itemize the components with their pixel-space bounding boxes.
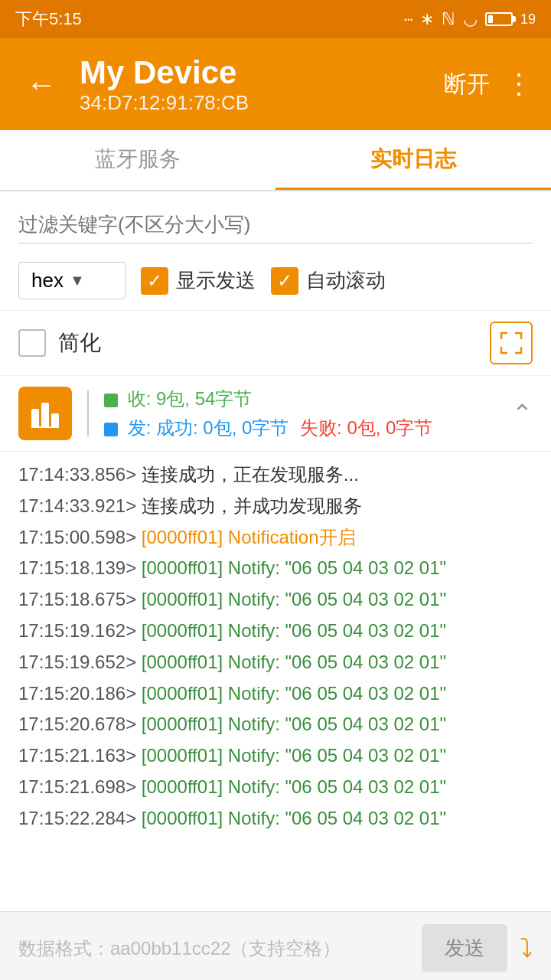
show-send-checkbox[interactable]: ✓	[141, 267, 168, 295]
device-mac: 34:D7:12:91:78:CB	[80, 91, 429, 115]
show-send-checkbox-label[interactable]: ✓ 显示发送	[141, 267, 256, 295]
log-entry: 17:15:21.698> [0000ff01] Notify: "06 05 …	[18, 772, 533, 803]
log-entry: 17:15:20.678> [0000ff01] Notify: "06 05 …	[18, 709, 533, 740]
signal-icon: ℕ	[442, 9, 455, 29]
stats-divider	[87, 390, 89, 436]
toolbar: ← My Device 34:D7:12:91:78:CB 断开 ⋮	[0, 38, 551, 130]
toolbar-actions: 断开 ⋮	[444, 68, 533, 100]
svg-rect-2	[51, 413, 59, 427]
device-info: My Device 34:D7:12:91:78:CB	[80, 54, 429, 115]
tab-bluetooth-service[interactable]: 蓝牙服务	[0, 130, 276, 190]
status-bar: 下午5:15 ··· ∗ ℕ ◡ 19	[0, 0, 551, 38]
log-entry: 17:15:21.163> [0000ff01] Notify: "06 05 …	[18, 740, 533, 772]
log-entry: 17:15:20.186> [0000ff01] Notify: "06 05 …	[18, 678, 533, 710]
expand-button[interactable]	[490, 322, 533, 364]
send-button[interactable]: 发送	[422, 924, 507, 972]
send-expand-button[interactable]: ⤵	[520, 933, 533, 963]
battery-icon	[485, 12, 513, 26]
send-area: 数据格式：aa00bb11cc22（支持空格） 发送 ⤵	[0, 911, 551, 980]
simplify-label: 简化	[58, 328, 101, 358]
wifi-icon: ◡	[463, 9, 478, 29]
simplify-left: 简化	[18, 328, 101, 358]
stats-text: 收: 9包, 54字节 发: 成功: 0包, 0字节 失败: 0包, 0字节	[104, 387, 497, 440]
collapse-button[interactable]: ⌃	[512, 399, 533, 428]
log-entry: 17:15:18.139> [0000ff01] Notify: "06 05 …	[18, 553, 533, 584]
device-name: My Device	[80, 54, 429, 91]
simplify-checkbox[interactable]	[18, 329, 46, 357]
log-entry: 17:15:19.652> [0000ff01] Notify: "06 05 …	[18, 647, 533, 678]
simplify-row: 简化	[0, 311, 551, 376]
log-entry: 17:15:18.675> [0000ff01] Notify: "06 05 …	[18, 584, 533, 616]
filter-input[interactable]	[18, 207, 533, 243]
recv-stats: 收: 9包, 54字节	[104, 387, 497, 411]
tab-bar: 蓝牙服务 实时日志	[0, 130, 551, 191]
chevron-down-icon: ▼	[70, 272, 85, 289]
bluetooth-icon: ∗	[420, 9, 434, 29]
send-placeholder: 数据格式：aa00bb11cc22（支持空格）	[18, 936, 409, 961]
stats-bar: 收: 9包, 54字节 发: 成功: 0包, 0字节 失败: 0包, 0字节 ⌃	[0, 376, 551, 452]
svg-rect-0	[31, 409, 39, 427]
signal-dots-icon: ···	[403, 9, 412, 29]
back-button[interactable]: ←	[18, 60, 64, 109]
filter-section	[0, 191, 551, 251]
auto-scroll-checkbox[interactable]: ✓	[271, 267, 298, 295]
log-area: 17:14:33.856> 连接成功，正在发现服务...17:14:33.921…	[0, 452, 551, 911]
controls-row: hex ▼ ✓ 显示发送 ✓ 自动滚动	[0, 251, 551, 311]
log-entry: 17:15:19.162> [0000ff01] Notify: "06 05 …	[18, 616, 533, 647]
status-time: 下午5:15	[15, 8, 82, 31]
disconnect-button[interactable]: 断开	[444, 69, 490, 100]
log-entry: 17:14:33.921> 连接成功，并成功发现服务	[18, 491, 533, 522]
tab-realtime-log[interactable]: 实时日志	[276, 130, 551, 190]
stats-icon	[18, 387, 72, 440]
auto-scroll-checkbox-label[interactable]: ✓ 自动滚动	[271, 267, 386, 295]
battery-level: 19	[520, 11, 536, 28]
log-entry: 17:15:00.598> [0000ff01] Notification开启	[18, 522, 533, 554]
status-icons: ··· ∗ ℕ ◡ 19	[403, 9, 536, 29]
log-entry: 17:15:22.284> [0000ff01] Notify: "06 05 …	[18, 803, 533, 835]
log-entry: 17:14:33.856> 连接成功，正在发现服务...	[18, 459, 533, 491]
format-selector[interactable]: hex ▼	[18, 262, 126, 299]
svg-rect-1	[41, 403, 49, 427]
more-menu-button[interactable]: ⋮	[505, 68, 533, 100]
send-stats: 发: 成功: 0包, 0字节 失败: 0包, 0字节	[104, 416, 497, 440]
